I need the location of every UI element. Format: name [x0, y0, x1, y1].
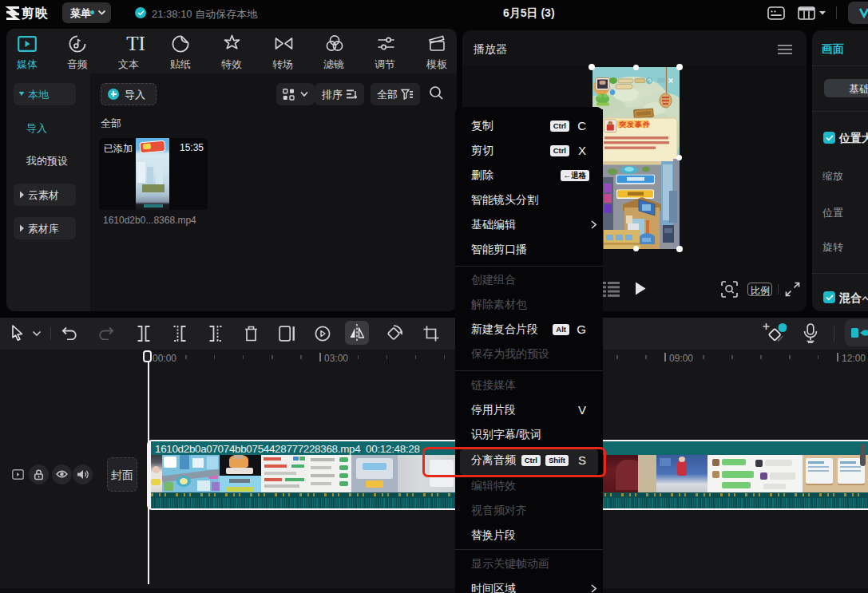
svg-text:突发事件: 突发事件 [618, 121, 651, 128]
